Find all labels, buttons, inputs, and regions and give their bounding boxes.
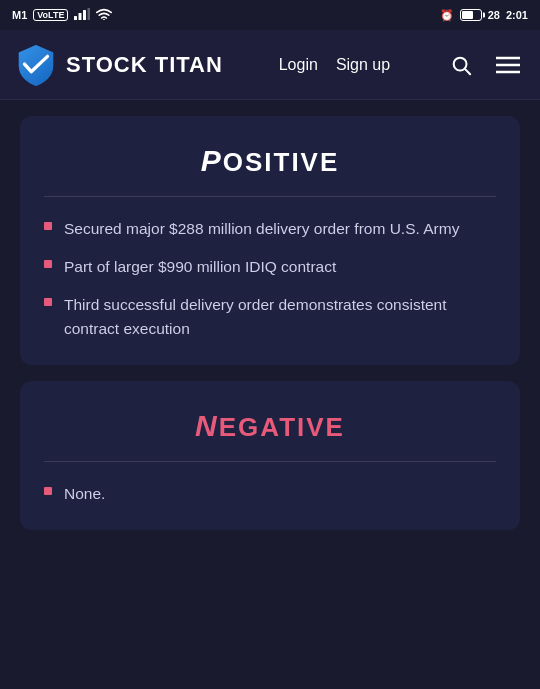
list-item: Part of larger $990 million IDIQ contrac… (44, 255, 496, 279)
positive-list: Secured major $288 million delivery orde… (44, 217, 496, 341)
negative-title: NEGATIVE (44, 409, 496, 443)
network-type-badge: VoLTE (33, 9, 68, 21)
hamburger-icon (496, 56, 520, 74)
search-icon (450, 54, 472, 76)
battery-icon (460, 9, 482, 21)
menu-button[interactable] (492, 52, 524, 78)
svg-line-6 (465, 69, 470, 74)
carrier-label: M1 (12, 9, 27, 21)
svg-rect-3 (88, 8, 91, 20)
login-link[interactable]: Login (279, 56, 318, 74)
logo-area: STOCK TITAN (16, 43, 223, 87)
signup-link[interactable]: Sign up (336, 56, 390, 74)
negative-card: NEGATIVE None. (20, 381, 520, 530)
search-button[interactable] (446, 50, 476, 80)
bullet-icon (44, 222, 52, 230)
list-item: None. (44, 482, 496, 506)
alarm-icon: ⏰ (440, 9, 454, 22)
wifi-icon (96, 8, 112, 22)
status-bar: M1 VoLTE ⏰ 28 2:01 (0, 0, 540, 30)
negative-divider (44, 461, 496, 462)
status-right: ⏰ 28 2:01 (440, 9, 528, 22)
battery-percent: 28 (488, 9, 500, 21)
bullet-icon (44, 487, 52, 495)
status-left: M1 VoLTE (12, 8, 112, 22)
positive-divider (44, 196, 496, 197)
positive-title: POSITIVE (44, 144, 496, 178)
bullet-icon (44, 298, 52, 306)
list-item: Third successful delivery order demonstr… (44, 293, 496, 341)
svg-rect-1 (79, 13, 82, 20)
signal-icon (74, 8, 90, 22)
positive-card: POSITIVE Secured major $288 million deli… (20, 116, 520, 365)
svg-rect-0 (74, 16, 77, 20)
app-header: STOCK TITAN Login Sign up (0, 30, 540, 100)
negative-list: None. (44, 482, 496, 506)
logo-icon (16, 43, 56, 87)
nav-links: Login Sign up (279, 56, 390, 74)
time-label: 2:01 (506, 9, 528, 21)
list-item: Secured major $288 million delivery orde… (44, 217, 496, 241)
main-content: POSITIVE Secured major $288 million deli… (0, 100, 540, 546)
nav-icons (446, 50, 524, 80)
logo-text: STOCK TITAN (66, 52, 223, 78)
svg-point-4 (104, 19, 106, 20)
svg-rect-2 (83, 10, 86, 20)
bullet-icon (44, 260, 52, 268)
